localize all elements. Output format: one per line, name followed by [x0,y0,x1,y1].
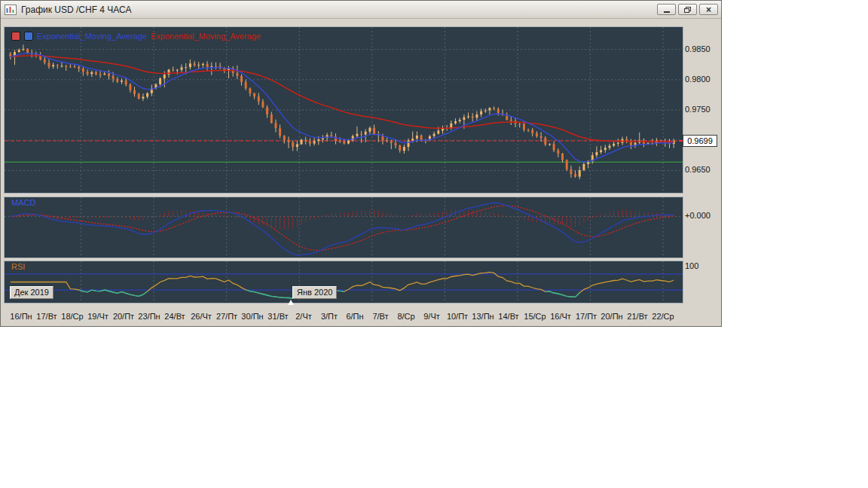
time-tick-label: 9/Чт [417,312,446,321]
price-tick-label: 0.9650 [685,165,711,174]
month-marker: Дек 2019 [10,286,53,299]
macd-label: MACD [11,198,35,207]
time-tick-label: 8/Ср [392,312,420,321]
price-tick-label: 0.9850 [685,44,711,53]
minimize-icon [664,11,670,13]
ema-fast-label: Exponential_Moving_Average [37,32,147,41]
minimize-button[interactable] [657,4,676,15]
rsi-label: RSI [11,262,25,271]
time-tick-label: 13/Пн [469,312,497,321]
time-tick-label: 10/Пт [443,312,472,321]
time-tick-label: 20/Пн [598,312,626,321]
close-button[interactable]: × [699,4,718,15]
window-title: График USD /CHF 4 ЧАСА [21,5,655,15]
current-price-tag: 0.9699 [683,135,717,147]
time-tick-label: 16/Пн [7,312,35,321]
time-tick-label: 15/Ср [521,312,549,321]
time-tick-label: 2/Чт [289,312,318,321]
timeline-marker[interactable] [288,300,294,305]
sell-marker-icon[interactable] [11,32,20,41]
time-tick-label: 24/Вт [160,312,189,321]
window-controls: × [655,4,718,15]
price-tick-label: 0.9750 [685,105,711,114]
ema-slow-label: Exponential_Moving_Average [151,32,261,41]
time-tick-label: 21/Вт [623,312,652,321]
chart-window: График USD /CHF 4 ЧАСА × Exponential_Mov… [0,0,722,327]
time-tick-label: 17/Вт [32,312,61,321]
rsi-scale-label: 100 [685,261,698,270]
time-tick-label: 18/Ср [58,312,87,321]
time-tick-label: 22/Ср [649,312,677,321]
time-tick-label: 16/Чт [546,312,575,321]
time-tick-label: 19/Чт [84,312,112,321]
time-tick-label: 30/Пн [238,312,267,321]
desktop-background: График USD /CHF 4 ЧАСА × Exponential_Mov… [0,0,868,488]
window-titlebar[interactable]: График USD /CHF 4 ЧАСА × [1,1,721,19]
time-tick-label: 20/Пт [109,312,138,321]
indicator-legend: Exponential_Moving_Average Exponential_M… [11,32,261,41]
chart-app-icon [4,4,17,16]
time-tick-label: 6/Пн [341,312,369,321]
chart-canvas[interactable] [1,19,721,308]
time-tick-label: 14/Вт [494,312,523,321]
time-tick-label: 26/Чт [187,312,215,321]
restore-icon [684,7,691,13]
buy-marker-icon[interactable] [24,32,33,41]
time-tick-label: 23/Пн [135,312,164,321]
chart-content: Exponential_Moving_Average Exponential_M… [1,19,721,326]
restore-button[interactable] [678,4,697,15]
time-tick-label: 17/Пт [572,312,601,321]
time-tick-label: 7/Вт [366,312,395,321]
time-tick-label: 31/Вт [264,312,292,321]
time-tick-label: 3/Пт [315,312,344,321]
time-tick-label: 27/Пт [212,312,241,321]
month-marker: Янв 2020 [292,286,337,299]
price-tick-label: 0.9800 [685,75,711,84]
macd-zero-label: +0.000 [685,211,711,220]
close-icon: × [706,5,711,14]
